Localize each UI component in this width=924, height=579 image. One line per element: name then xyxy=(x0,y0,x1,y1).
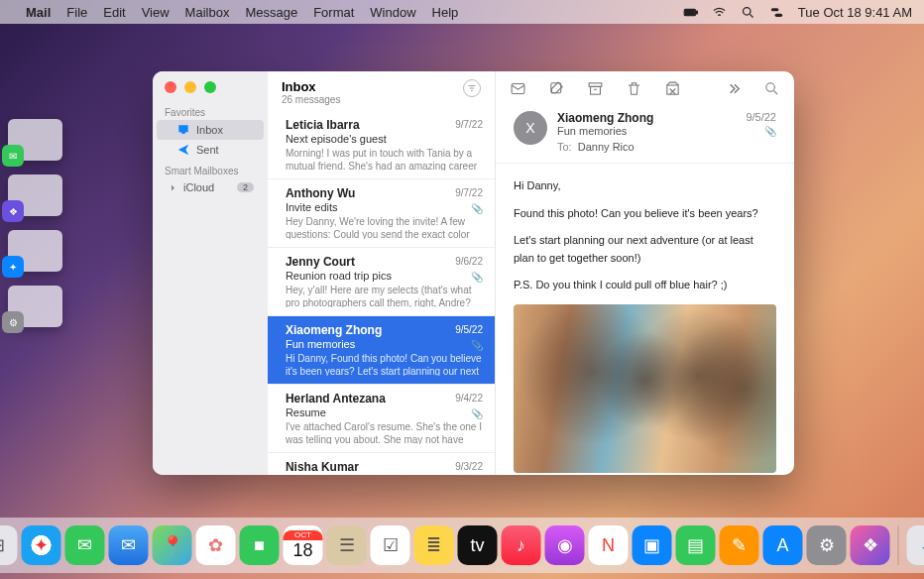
menu-message[interactable]: Message xyxy=(245,5,297,20)
dock-tv[interactable]: tv xyxy=(458,525,498,565)
archive-icon[interactable] xyxy=(587,80,604,97)
msg-from: Nisha Kumar xyxy=(286,460,483,474)
msg-from: Herland Antezana xyxy=(286,392,483,405)
dock: ☺⊞✦✉✉📍✿■OCT18☰☑≣tv♪◉N▣▤✎A⚙❖⬇🗑 xyxy=(0,518,924,573)
svg-rect-6 xyxy=(512,83,524,93)
attachment-icon: 📎 xyxy=(471,340,483,351)
dock-numbers[interactable]: ▤ xyxy=(676,525,716,565)
message-row[interactable]: Herland Antezana9/4/22📎ResumeI've attach… xyxy=(268,385,495,453)
filter-icon xyxy=(467,83,477,93)
message-row[interactable]: Xiaomeng Zhong9/5/22📎Fun memoriesHi Dann… xyxy=(268,316,495,385)
msg-preview: I've attached Carol's resume. She's the … xyxy=(286,420,483,444)
app-menu[interactable]: Mail xyxy=(26,5,51,20)
smart-header: Smart Mailboxes xyxy=(153,160,268,178)
menu-mailbox[interactable]: Mailbox xyxy=(185,5,230,20)
filter-button[interactable] xyxy=(463,79,481,97)
minimize-button[interactable] xyxy=(184,81,196,93)
msg-preview: Hey Danny, We're loving the invite! A fe… xyxy=(286,215,483,239)
menubar-clock[interactable]: Tue Oct 18 9:41 AM xyxy=(798,5,912,20)
msg-date: 9/3/22 xyxy=(455,461,483,472)
msg-from: Anthony Wu xyxy=(286,186,483,200)
dock-downloads[interactable]: ⬇ xyxy=(907,525,925,565)
stage-thumb-shortcuts[interactable]: ❖ xyxy=(8,174,62,216)
message-row[interactable]: Nisha Kumar9/3/22Neighborhood gardenWe'r… xyxy=(268,453,495,475)
reader-toolbar xyxy=(496,71,794,105)
dock-appstore[interactable]: A xyxy=(763,525,803,565)
menu-file[interactable]: File xyxy=(66,5,87,20)
wifi-icon[interactable] xyxy=(712,5,727,20)
dock-messages[interactable]: ✉ xyxy=(65,525,105,565)
icloud-label: iCloud xyxy=(183,181,214,193)
inbox-icon xyxy=(176,123,190,137)
dock-news[interactable]: N xyxy=(589,525,629,565)
msg-subject: Fun memories xyxy=(286,338,483,350)
dock-shortcuts[interactable]: ❖ xyxy=(851,525,890,565)
battery-icon[interactable] xyxy=(683,5,698,20)
dock-photos[interactable]: ✿ xyxy=(196,525,236,565)
junk-icon[interactable] xyxy=(664,80,681,97)
stage-thumb-safari[interactable]: ✦ xyxy=(8,230,62,272)
list-header: Inbox 26 messages xyxy=(268,71,495,111)
list-title: Inbox xyxy=(282,79,340,94)
icloud-count: 2 xyxy=(237,182,254,192)
shortcuts-icon: ❖ xyxy=(2,200,24,222)
msg-date: 9/7/22 xyxy=(455,119,483,130)
dock-facetime[interactable]: ■ xyxy=(240,525,280,565)
reply-icon[interactable] xyxy=(510,80,526,97)
close-button[interactable] xyxy=(165,81,176,93)
email-photo-attachment xyxy=(514,304,776,473)
msg-subject: Next episode's guest xyxy=(286,133,483,145)
dock-reminders[interactable]: ☑ xyxy=(371,525,410,565)
svg-rect-9 xyxy=(591,86,601,94)
message-row[interactable]: Jenny Court9/6/22📎Reunion road trip pics… xyxy=(268,248,495,316)
stage-thumb-messages[interactable]: ✉ xyxy=(8,119,62,161)
reader-from: Xiaomeng Zhong xyxy=(557,111,736,125)
mail-sidebar: Favorites Inbox Sent Smart Mailboxes iCl… xyxy=(153,71,268,475)
compose-icon[interactable] xyxy=(548,80,565,97)
menu-format[interactable]: Format xyxy=(313,5,354,20)
dock-safari[interactable]: ✦ xyxy=(22,525,61,565)
dock-keynote[interactable]: ▣ xyxy=(633,525,672,565)
message-row[interactable]: Anthony Wu9/7/22📎Invite editsHey Danny, … xyxy=(268,179,495,248)
reader-body[interactable]: Hi Danny, Found this photo! Can you beli… xyxy=(496,164,794,475)
msg-from: Leticia Ibarra xyxy=(286,118,483,132)
msg-date: 9/4/22 xyxy=(455,393,483,404)
menu-view[interactable]: View xyxy=(142,5,170,20)
msg-from: Jenny Court xyxy=(286,255,483,269)
sidebar-sent[interactable]: Sent xyxy=(157,140,264,160)
attachment-icon: 📎 xyxy=(471,272,483,283)
dock-podcasts[interactable]: ◉ xyxy=(545,525,585,565)
safari-icon: ✦ xyxy=(2,256,24,278)
menu-help[interactable]: Help xyxy=(432,5,459,20)
message-row[interactable]: Leticia Ibarra9/7/22Next episode's guest… xyxy=(268,111,495,179)
svg-rect-10 xyxy=(667,84,678,93)
svg-rect-2 xyxy=(696,11,697,14)
dock-calendar[interactable]: OCT18 xyxy=(284,525,323,565)
dock-maps[interactable]: 📍 xyxy=(153,525,192,565)
sidebar-icloud[interactable]: iCloud 2 xyxy=(157,178,264,196)
dock-music[interactable]: ♪ xyxy=(502,525,541,565)
dock-notes[interactable]: ≣ xyxy=(414,525,454,565)
sidebar-inbox[interactable]: Inbox xyxy=(157,120,264,140)
dock-launchpad[interactable]: ⊞ xyxy=(0,525,18,565)
more-icon[interactable] xyxy=(725,80,742,97)
dock-contacts[interactable]: ☰ xyxy=(327,525,367,565)
control-center-icon[interactable] xyxy=(769,5,784,20)
menu-window[interactable]: Window xyxy=(370,5,415,20)
dock-pages[interactable]: ✎ xyxy=(720,525,759,565)
sent-icon xyxy=(176,143,190,157)
messages-scroll[interactable]: Leticia Ibarra9/7/22Next episode's guest… xyxy=(268,111,495,475)
spotlight-icon[interactable] xyxy=(741,5,755,20)
stage-thumb-settings[interactable]: ⚙ xyxy=(8,286,62,327)
dock-mail[interactable]: ✉ xyxy=(109,525,149,565)
svg-rect-1 xyxy=(685,10,694,14)
trash-icon[interactable] xyxy=(626,80,642,97)
dock-settings[interactable]: ⚙ xyxy=(807,525,847,565)
svg-rect-4 xyxy=(771,8,779,11)
menu-edit[interactable]: Edit xyxy=(103,5,125,20)
search-icon[interactable] xyxy=(763,80,780,97)
zoom-button[interactable] xyxy=(204,81,216,93)
dock-separator xyxy=(898,525,899,565)
settings-icon: ⚙ xyxy=(2,311,24,333)
msg-subject: Invite edits xyxy=(286,201,483,213)
